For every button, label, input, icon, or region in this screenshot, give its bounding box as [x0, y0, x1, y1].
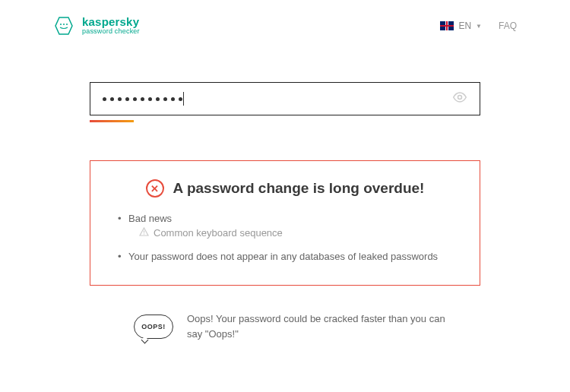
svg-point-2: [63, 24, 65, 25]
main-content: ✕ A password change is long overdue! Bad…: [0, 36, 570, 341]
list-item-text: Your password does not appear in any dat…: [128, 251, 438, 262]
list-item: Bad news Common keyboard sequence: [118, 213, 452, 239]
svg-point-3: [66, 24, 68, 25]
svg-point-1: [60, 24, 62, 25]
header: kaspersky password checker EN ▼ FAQ: [0, 0, 570, 36]
uk-flag-icon: [440, 21, 454, 30]
strength-meter: [90, 120, 134, 122]
toggle-visibility-icon[interactable]: [452, 92, 467, 106]
header-right: EN ▼ FAQ: [440, 21, 517, 31]
oops-message: Oops! Your password could be cracked fas…: [187, 311, 445, 341]
speech-bubble-icon: OOPS!: [134, 315, 173, 339]
svg-point-4: [458, 96, 462, 100]
logo[interactable]: kaspersky password checker: [53, 15, 140, 36]
svg-point-6: [144, 233, 144, 234]
password-field-wrap: [90, 82, 480, 122]
error-x-icon: ✕: [146, 179, 164, 198]
list-sub-item: Common keyboard sequence: [128, 227, 452, 239]
password-mask: [103, 97, 182, 101]
result-header: ✕ A password change is long overdue!: [118, 179, 452, 198]
speech-bubble-text: OOPS!: [141, 323, 166, 330]
language-selector[interactable]: EN ▼: [440, 21, 482, 31]
svg-marker-0: [55, 17, 72, 34]
list-item: Your password does not appear in any dat…: [118, 251, 452, 262]
result-title: A password change is long overdue!: [173, 180, 425, 197]
result-list: Bad news Common keyboard sequence Your p…: [118, 213, 452, 262]
list-item-text: Bad news: [128, 213, 172, 224]
password-input[interactable]: [90, 82, 480, 115]
warning-triangle-icon: [139, 227, 149, 239]
faq-link[interactable]: FAQ: [499, 21, 517, 31]
result-panel: ✕ A password change is long overdue! Bad…: [90, 160, 480, 286]
language-code: EN: [458, 21, 471, 31]
brand-name: kaspersky: [82, 16, 140, 29]
brand-subtitle: password checker: [82, 28, 140, 36]
chevron-down-icon: ▼: [476, 23, 482, 30]
kaspersky-logo-icon: [53, 15, 74, 36]
oops-section: OOPS! Oops! Your password could be crack…: [90, 311, 480, 341]
text-cursor: [183, 92, 184, 106]
list-sub-text: Common keyboard sequence: [154, 227, 283, 239]
